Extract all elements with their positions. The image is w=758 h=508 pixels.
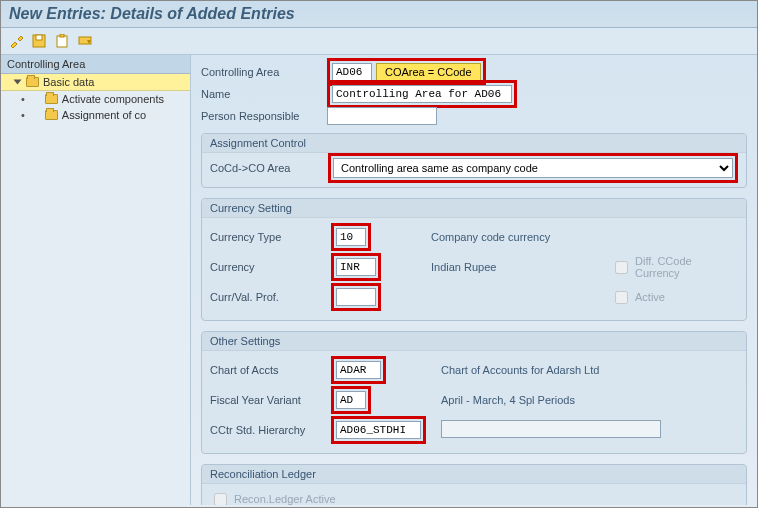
currency-input[interactable] [336,258,376,276]
name-input[interactable] [332,85,512,103]
group-legend: Currency Setting [202,199,746,218]
group-reconciliation-ledger: Reconciliation Ledger Recon.Ledger Activ… [201,464,747,505]
folder-icon [45,110,58,120]
svg-rect-1 [36,35,42,40]
save-icon[interactable] [30,32,48,50]
diff-ccode-currency-check: Diff. CCode Currency [611,255,737,279]
coarea-ccode-button[interactable]: COArea = CCode [376,63,481,81]
tree-item-label: Assignment of co [62,109,146,121]
chart-of-accts-desc: Chart of Accounts for Adarsh Ltd [441,364,599,376]
curr-val-prof-input[interactable] [336,288,376,306]
person-responsible-input[interactable] [327,107,437,125]
svg-rect-2 [57,36,67,47]
folder-icon [26,77,39,87]
active-checkbox [615,291,628,304]
transport-icon[interactable] [76,32,94,50]
active-check: Active [611,288,665,307]
window-title: New Entries: Details of Added Entries [1,1,757,28]
currency-type-desc: Company code currency [431,231,550,243]
fiscal-year-variant-label: Fiscal Year Variant [210,394,301,406]
tree-header: Controlling Area [1,55,190,74]
chart-of-accts-label: Chart of Accts [210,364,278,376]
curr-val-prof-label: Curr/Val. Prof. [210,291,279,303]
currency-type-label: Currency Type [210,231,281,243]
name-label: Name [201,88,321,100]
bullet-icon: • [21,109,25,121]
cocd-co-area-select[interactable]: Controlling area same as company code [333,158,733,178]
controlling-area-label: Controlling Area [201,66,321,78]
recon-ledger-active-checkbox [214,493,227,506]
cocd-co-area-label: CoCd->CO Area [210,162,322,174]
tree-root-label: Basic data [43,76,94,88]
tree-root-basic-data[interactable]: Basic data [1,74,190,91]
controlling-area-input[interactable] [332,63,372,81]
svg-rect-3 [60,34,64,37]
paste-icon[interactable] [53,32,71,50]
group-legend: Assignment Control [202,134,746,153]
cctr-std-hierarchy-label: CCtr Std. Hierarchy [210,424,305,436]
cctr-std-hierarchy-input[interactable] [336,421,421,439]
expand-icon [14,80,22,85]
folder-icon [45,94,58,104]
chart-of-accts-input[interactable] [336,361,381,379]
fiscal-year-variant-desc: April - March, 4 Spl Periods [441,394,575,406]
recon-ledger-active-check: Recon.Ledger Active [210,490,336,506]
tree-item-activate[interactable]: • Activate components [1,91,190,107]
group-assignment-control: Assignment Control CoCd->CO Area Control… [201,133,747,188]
toolbar [1,28,757,55]
tree-item-assignment[interactable]: • Assignment of co [1,107,190,123]
bullet-icon: • [21,93,25,105]
currency-type-input[interactable] [336,228,366,246]
group-legend: Other Settings [202,332,746,351]
tree-item-label: Activate components [62,93,164,105]
currency-label: Currency [210,261,255,273]
group-legend: Reconciliation Ledger [202,465,746,484]
sap-window: New Entries: Details of Added Entries Co… [0,0,758,508]
cctr-std-hierarchy-desc [441,420,661,438]
person-responsible-label: Person Responsible [201,110,321,122]
nav-tree: Controlling Area Basic data • Activate c… [1,55,191,505]
fiscal-year-variant-input[interactable] [336,391,366,409]
currency-desc: Indian Rupee [431,261,496,273]
group-currency-setting: Currency Setting Currency Type Company c… [201,198,747,321]
tools-icon[interactable] [7,32,25,50]
diff-ccode-currency-checkbox [615,261,628,274]
group-other-settings: Other Settings Chart of Accts Chart of A… [201,331,747,454]
details-panel: Controlling Area COArea = CCode Name Per… [191,55,757,505]
